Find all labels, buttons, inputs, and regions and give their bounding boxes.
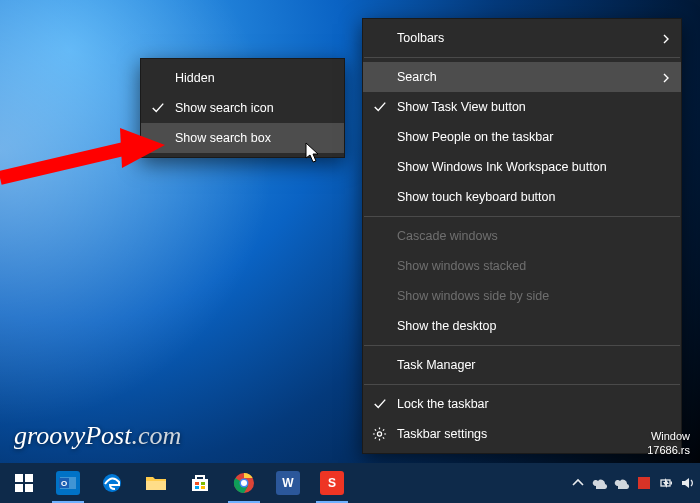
start-button[interactable] xyxy=(2,463,46,503)
taskbar-context-menu: Toolbars Search Show Task View button Sh… xyxy=(362,18,682,454)
watermark-text-1: groovy xyxy=(14,421,85,450)
menu-item-cascade-windows: Cascade windows xyxy=(363,221,681,251)
svg-rect-11 xyxy=(146,481,166,490)
watermark: groovyPost.com xyxy=(14,421,181,451)
menu-item-show-search-box[interactable]: Show search box xyxy=(141,123,344,153)
checkmark-icon xyxy=(373,397,387,411)
menu-item-show-people[interactable]: Show People on the taskbar xyxy=(363,122,681,152)
outlook-icon: O xyxy=(56,471,80,495)
watermark-text-2: Post xyxy=(85,421,131,450)
tray-chevron-up-icon[interactable] xyxy=(570,475,586,491)
taskbar-item-snagit[interactable]: S xyxy=(310,463,354,503)
svg-point-18 xyxy=(241,480,247,486)
svg-rect-12 xyxy=(195,482,199,485)
taskbar-item-store[interactable] xyxy=(178,463,222,503)
separator xyxy=(364,216,680,217)
tray-onedrive-icon[interactable] xyxy=(592,475,608,491)
menu-item-label: Search xyxy=(397,70,437,84)
windows-logo-icon xyxy=(15,474,33,492)
menu-item-task-manager[interactable]: Task Manager xyxy=(363,350,681,380)
svg-rect-14 xyxy=(195,486,199,489)
winver-line-2: 17686.rs xyxy=(647,443,690,457)
menu-item-label: Show the desktop xyxy=(397,319,496,333)
menu-item-search[interactable]: Search xyxy=(363,62,681,92)
menu-item-label: Show Windows Ink Workspace button xyxy=(397,160,607,174)
system-tray[interactable] xyxy=(570,463,696,503)
menu-item-show-search-icon[interactable]: Show search icon xyxy=(141,93,344,123)
menu-item-label: Hidden xyxy=(175,71,215,85)
menu-item-show-stacked: Show windows stacked xyxy=(363,251,681,281)
chevron-right-icon xyxy=(661,33,671,43)
menu-item-label: Show search box xyxy=(175,131,271,145)
windows-version-watermark: Window 17686.rs xyxy=(647,429,690,457)
menu-item-label: Show windows side by side xyxy=(397,289,549,303)
menu-item-label: Show Task View button xyxy=(397,100,526,114)
svg-text:O: O xyxy=(61,479,67,488)
menu-item-lock-taskbar[interactable]: Lock the taskbar xyxy=(363,389,681,419)
svg-text:S: S xyxy=(328,476,336,490)
watermark-text-3: .com xyxy=(131,421,181,450)
menu-item-hidden[interactable]: Hidden xyxy=(141,63,344,93)
menu-item-label: Show touch keyboard button xyxy=(397,190,555,204)
winver-line-1: Window xyxy=(647,429,690,443)
menu-item-show-task-view[interactable]: Show Task View button xyxy=(363,92,681,122)
menu-item-label: Lock the taskbar xyxy=(397,397,489,411)
taskbar-item-word[interactable]: W xyxy=(266,463,310,503)
menu-item-show-desktop[interactable]: Show the desktop xyxy=(363,311,681,341)
svg-rect-15 xyxy=(201,486,205,489)
search-submenu: Hidden Show search icon Show search box xyxy=(140,58,345,158)
menu-item-label: Cascade windows xyxy=(397,229,498,243)
menu-item-label: Show windows stacked xyxy=(397,259,526,273)
taskbar[interactable]: O W S xyxy=(0,463,700,503)
menu-item-toolbars[interactable]: Toolbars xyxy=(363,23,681,53)
chevron-right-icon xyxy=(661,72,671,82)
menu-item-label: Taskbar settings xyxy=(397,427,487,441)
menu-item-taskbar-settings[interactable]: Taskbar settings xyxy=(363,419,681,449)
taskbar-item-outlook[interactable]: O xyxy=(46,463,90,503)
tray-snagit-icon[interactable] xyxy=(636,475,652,491)
file-explorer-icon xyxy=(144,471,168,495)
taskbar-item-edge[interactable] xyxy=(90,463,134,503)
chrome-icon xyxy=(232,471,256,495)
menu-item-label: Task Manager xyxy=(397,358,476,372)
separator xyxy=(364,384,680,385)
svg-rect-23 xyxy=(671,482,673,485)
snagit-icon: S xyxy=(320,471,344,495)
svg-rect-13 xyxy=(201,482,205,485)
edge-icon xyxy=(100,471,124,495)
menu-item-label: Show People on the taskbar xyxy=(397,130,553,144)
separator xyxy=(364,345,680,346)
svg-rect-3 xyxy=(15,474,23,482)
svg-rect-5 xyxy=(15,484,23,492)
taskbar-item-explorer[interactable] xyxy=(134,463,178,503)
taskbar-item-chrome[interactable] xyxy=(222,463,266,503)
svg-rect-6 xyxy=(25,484,33,492)
svg-text:W: W xyxy=(282,476,294,490)
menu-item-label: Toolbars xyxy=(397,31,444,45)
svg-rect-21 xyxy=(638,477,650,489)
word-icon: W xyxy=(276,471,300,495)
gear-icon xyxy=(372,427,387,442)
checkmark-icon xyxy=(373,100,387,114)
store-icon xyxy=(188,471,212,495)
menu-item-side-by-side: Show windows side by side xyxy=(363,281,681,311)
tray-onedrive-icon-2[interactable] xyxy=(614,475,630,491)
svg-point-0 xyxy=(377,432,381,436)
separator xyxy=(364,57,680,58)
svg-rect-4 xyxy=(25,474,33,482)
tray-volume-icon[interactable] xyxy=(680,475,696,491)
tray-power-icon[interactable] xyxy=(658,475,674,491)
menu-item-label: Show search icon xyxy=(175,101,274,115)
menu-item-show-ink[interactable]: Show Windows Ink Workspace button xyxy=(363,152,681,182)
checkmark-icon xyxy=(151,101,165,115)
menu-item-show-touch-keyboard[interactable]: Show touch keyboard button xyxy=(363,182,681,212)
